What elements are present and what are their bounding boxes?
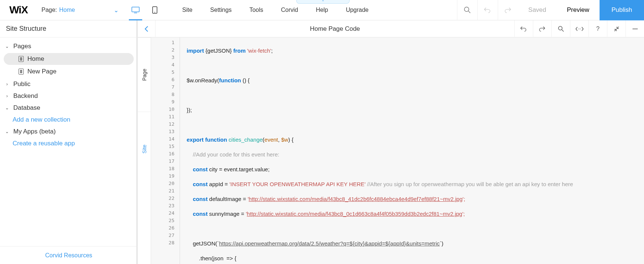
top-right-actions: Saved Preview Publish bbox=[457, 0, 644, 20]
sidebar-section-public[interactable]: ›Public bbox=[0, 78, 137, 90]
preview-button[interactable]: Preview bbox=[557, 6, 600, 14]
page-selector[interactable]: Page: Home ⌄ bbox=[37, 7, 126, 14]
sidebar-create-app[interactable]: Create a reusable app bbox=[0, 138, 137, 149]
svg-point-4 bbox=[464, 7, 469, 11]
menu-corvid[interactable]: Corvid bbox=[281, 7, 298, 13]
sidebar-title: Site Structure bbox=[0, 20, 137, 37]
menu-help[interactable]: Help bbox=[316, 7, 328, 13]
sidebar-section-database[interactable]: ⌄Database bbox=[0, 102, 137, 114]
page-icon bbox=[19, 69, 24, 75]
sidebar-section-backend[interactable]: ›Backend bbox=[0, 90, 137, 102]
chevron-down-icon: ⌄ bbox=[114, 7, 119, 14]
sidebar-section-pages[interactable]: ⌄Pages bbox=[0, 40, 137, 52]
code-back-button[interactable] bbox=[138, 20, 156, 37]
sidebar-section-myapps[interactable]: ⌄My Apps (beta) bbox=[0, 126, 137, 138]
svg-point-10 bbox=[580, 29, 581, 29]
code-editor: Page Site 1 2 3 4 5 6 7 8 9 10 11 12 13 … bbox=[138, 37, 644, 264]
code-text[interactable]: import {getJSON} from 'wix-fetch'; $w.on… bbox=[180, 37, 644, 264]
page-label: Page: bbox=[41, 7, 57, 13]
code-title: Home Page Code bbox=[156, 25, 514, 33]
mobile-view-button[interactable] bbox=[145, 0, 164, 20]
page-icon bbox=[19, 56, 24, 62]
chevron-right-icon: › bbox=[4, 82, 10, 87]
desktop-view-button[interactable] bbox=[126, 0, 145, 20]
code-redo-button[interactable] bbox=[533, 20, 551, 37]
device-toggle bbox=[126, 0, 164, 20]
chevron-down-icon: ⌄ bbox=[4, 44, 10, 49]
code-minimize-button[interactable] bbox=[625, 20, 644, 37]
chevron-up-icon: ⌃ bbox=[321, 0, 324, 4]
redo-button[interactable] bbox=[498, 0, 518, 20]
wix-logo: WiX bbox=[0, 4, 37, 16]
sidebar-page-home[interactable]: Home bbox=[4, 53, 134, 65]
sidebar-page-newpage[interactable]: New Page bbox=[4, 66, 134, 77]
menu-settings[interactable]: Settings bbox=[210, 7, 232, 13]
sidebar-footer-link[interactable]: Corvid Resources bbox=[0, 246, 137, 264]
line-gutter: 1 2 3 4 5 6 7 8 9 10 11 12 13 14 15 16 1… bbox=[151, 37, 180, 264]
top-notch[interactable]: ⌃ bbox=[296, 0, 350, 4]
svg-point-6 bbox=[558, 26, 562, 30]
svg-rect-1 bbox=[134, 13, 137, 13]
publish-button[interactable]: Publish bbox=[600, 0, 644, 20]
menu-site[interactable]: Site bbox=[182, 7, 193, 13]
code-help-button[interactable]: ? bbox=[588, 20, 607, 37]
menu-tools[interactable]: Tools bbox=[249, 7, 263, 13]
svg-point-3 bbox=[154, 12, 155, 13]
code-brackets-button[interactable] bbox=[570, 20, 588, 37]
svg-point-8 bbox=[578, 29, 579, 29]
side-tab-site[interactable]: Site bbox=[138, 112, 151, 186]
undo-button[interactable] bbox=[477, 0, 498, 20]
code-undo-button[interactable] bbox=[514, 20, 533, 37]
sidebar-add-collection[interactable]: Add a new collection bbox=[0, 114, 137, 126]
svg-line-5 bbox=[468, 11, 470, 13]
code-search-button[interactable] bbox=[551, 20, 570, 37]
sidebar: Site Structure ⌄Pages Home New Page ›Pub… bbox=[0, 20, 138, 264]
menu-upgrade[interactable]: Upgrade bbox=[346, 7, 368, 13]
code-side-tabs: Page Site bbox=[138, 37, 151, 264]
svg-rect-0 bbox=[132, 7, 139, 12]
side-tab-page[interactable]: Page bbox=[138, 37, 151, 112]
svg-line-7 bbox=[562, 30, 564, 32]
chevron-down-icon: ⌄ bbox=[4, 129, 10, 134]
chevron-down-icon: ⌄ bbox=[4, 105, 10, 110]
main-menu: Site Settings Tools Corvid Help Upgrade bbox=[182, 7, 368, 13]
code-collapse-button[interactable] bbox=[607, 20, 625, 37]
page-value: Home bbox=[59, 7, 75, 13]
code-toolbar: Home Page Code ? bbox=[138, 20, 644, 37]
saved-status: Saved bbox=[518, 6, 557, 14]
svg-point-9 bbox=[579, 29, 580, 29]
chevron-right-icon: › bbox=[4, 93, 10, 99]
zoom-button[interactable] bbox=[457, 0, 477, 20]
